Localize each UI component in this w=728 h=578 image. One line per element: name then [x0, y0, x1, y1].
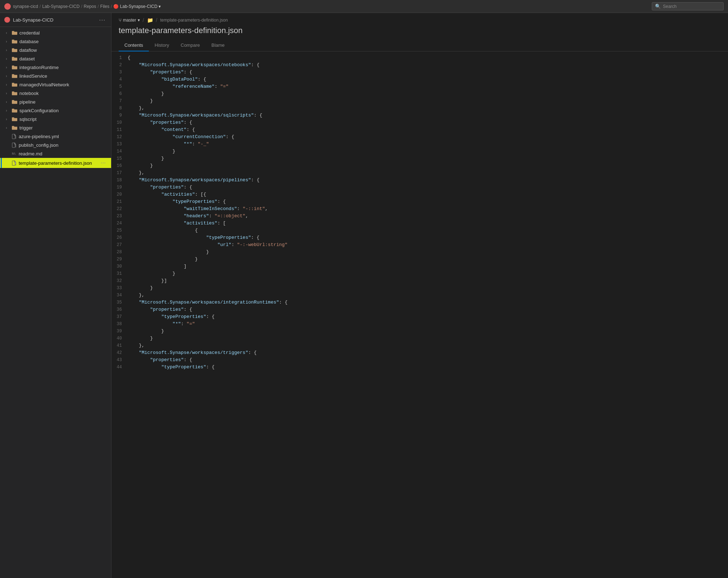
branch-selector[interactable]: ⑂ master ▾ [119, 17, 140, 23]
svg-rect-4 [12, 49, 17, 52]
chevron-icon: › [4, 90, 9, 96]
sidebar-item-managedVirtualNetwork[interactable]: › managedVirtualNetwork [0, 80, 111, 89]
line-content: } [128, 162, 160, 169]
line-number: 1 [111, 54, 128, 62]
sidebar-item-sqlscript[interactable]: › sqlscript [0, 115, 111, 123]
line-number: 36 [111, 306, 128, 313]
line-number: 20 [111, 191, 128, 198]
search-box[interactable]: 🔍 [652, 2, 724, 10]
folder-icon [12, 56, 17, 62]
search-input[interactable] [663, 4, 717, 9]
chevron-icon: › [4, 47, 9, 53]
item-label: pipeline [19, 99, 107, 105]
code-viewer[interactable]: 1{2 "Microsoft.Synapse/workspaces/notebo… [111, 51, 728, 578]
line-number: 22 [111, 205, 128, 213]
breadcrumb-synapse[interactable]: synapse-cicd [13, 4, 38, 9]
line-number: 15 [111, 155, 128, 162]
line-content: "properties": { [128, 356, 199, 364]
sidebar-item-database[interactable]: › database [0, 37, 111, 46]
line-content: }, [128, 292, 152, 299]
chevron-icon: › [4, 38, 9, 44]
sidebar-item-sparkConfiguration[interactable]: › sparkConfiguration [0, 106, 111, 115]
sidebar-item-credential[interactable]: › credential [0, 28, 111, 37]
sidebar-item-pipeline[interactable]: › pipeline [0, 97, 111, 106]
sidebar-item-publish_config[interactable]: publish_config.json [0, 141, 111, 149]
chevron-icon: › [4, 64, 9, 70]
code-line: 15 } [111, 155, 728, 162]
svg-rect-3 [12, 40, 14, 41]
code-line: 22 "waitTimeInSeconds": "-::int", [111, 205, 728, 213]
breadcrumb-sep-4: / [111, 4, 112, 9]
line-content: } [128, 256, 205, 263]
breadcrumb-repos[interactable]: Repos [84, 4, 96, 9]
code-line: 34 }, [111, 292, 728, 299]
line-number: 35 [111, 299, 128, 306]
branch-icon: ⑂ [119, 17, 122, 23]
line-content: } [128, 155, 171, 162]
svg-rect-5 [12, 48, 14, 49]
sidebar-title: Lab-Synapse-CICD [13, 17, 95, 23]
sidebar-header: Lab-Synapse-CICD ⋯ [0, 13, 111, 27]
line-content: "typeProperties": { [128, 364, 222, 371]
code-line: 12 "currentConnection": { [111, 133, 728, 141]
item-actions: ⋯ [100, 159, 107, 167]
breadcrumb-lab[interactable]: Lab-Synapse-CICD [42, 4, 79, 9]
line-number: 11 [111, 126, 128, 133]
line-content: }, [128, 169, 152, 177]
code-line: 33 } [111, 285, 728, 292]
line-number: 41 [111, 342, 128, 349]
item-label: credential [19, 30, 107, 36]
tab-compare[interactable]: Compare [175, 40, 206, 51]
chevron-icon: › [4, 56, 9, 62]
breadcrumb-files[interactable]: Files [100, 4, 109, 9]
item-more-button[interactable]: ⋯ [100, 159, 107, 167]
line-number: 32 [111, 277, 128, 285]
sidebar-item-azure-pipelines[interactable]: azure-pipelines.yml [0, 132, 111, 141]
sidebar-item-linkedService[interactable]: › linkedService [0, 72, 111, 80]
sidebar-item-notebook[interactable]: › notebook [0, 89, 111, 97]
branch-dropdown-icon: ▾ [138, 18, 140, 23]
line-content: "content": { [128, 126, 202, 133]
code-line: 6 } [111, 90, 728, 97]
line-content: }] [128, 277, 174, 285]
sidebar-more-button[interactable]: ⋯ [97, 16, 107, 24]
sidebar-item-trigger[interactable]: › trigger [0, 123, 111, 132]
code-line: 13 "*": "-_" [111, 141, 728, 148]
svg-rect-20 [12, 118, 17, 121]
breadcrumb-sep-2: / [81, 4, 82, 9]
breadcrumb-current[interactable]: 🔴 Lab-Synapse-CICD ▾ [113, 4, 161, 9]
line-number: 26 [111, 234, 128, 241]
tab-history[interactable]: History [149, 40, 175, 51]
breadcrumb-slash2: / [156, 17, 157, 23]
line-content: "typeProperties": { [128, 234, 267, 241]
line-number: 12 [111, 133, 128, 141]
code-line: 26 "typeProperties": { [111, 234, 728, 241]
sidebar-item-template-params[interactable]: template-parameters-definition.json⋯ [0, 158, 111, 168]
sidebar-item-dataset[interactable]: › dataset [0, 54, 111, 63]
sidebar: Lab-Synapse-CICD ⋯ › credential› databas… [0, 13, 111, 578]
sidebar-item-dataflow[interactable]: › dataflow [0, 46, 111, 54]
code-line: 24 "activities": [ [111, 220, 728, 227]
folder-icon [12, 38, 17, 44]
breadcrumb-sep-3: / [97, 4, 99, 9]
breadcrumb-slash: / [143, 17, 144, 23]
line-number: 21 [111, 198, 128, 205]
chevron-icon: › [4, 73, 9, 79]
line-number: 16 [111, 162, 128, 169]
sidebar-item-readme[interactable]: M↓readme.md [0, 149, 111, 158]
line-content: "properties": { [128, 69, 199, 76]
item-label: trigger [19, 125, 107, 131]
item-label: template-parameters-definition.json [19, 160, 97, 166]
sidebar-item-integrationRuntime[interactable]: › integrationRuntime [0, 63, 111, 72]
tab-blame[interactable]: Blame [206, 40, 230, 51]
code-line: 23 "headers": "=::object", [111, 213, 728, 220]
tab-contents[interactable]: Contents [119, 40, 149, 51]
line-content: } [128, 285, 160, 292]
code-line: 20 "activities": [{ [111, 191, 728, 198]
line-content: "bigDataPool": { [128, 76, 213, 83]
code-line: 2 "Microsoft.Synapse/workspaces/notebook… [111, 62, 728, 69]
line-content: "Microsoft.Synapse/workspaces/sqlscripts… [128, 112, 269, 119]
main-layout: Lab-Synapse-CICD ⋯ › credential› databas… [0, 13, 728, 578]
line-number: 9 [111, 112, 128, 119]
folder-icon [12, 64, 17, 70]
